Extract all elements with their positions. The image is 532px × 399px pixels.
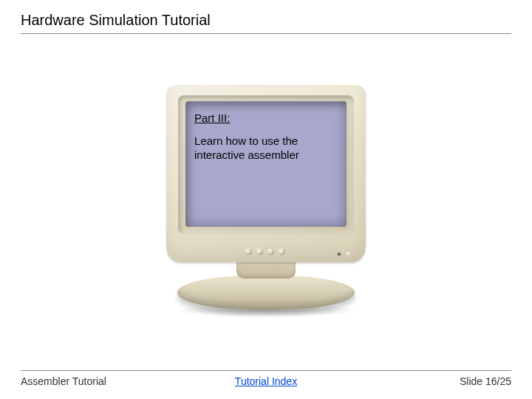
monitor-body: Part III: Learn how to use the interacti… [166,85,366,262]
page-title: Hardware Simulation Tutorial [21,12,511,34]
monitor-knob-icon [267,248,274,255]
footer: Assembler Tutorial Tutorial Index Slide … [21,370,511,387]
crt-monitor-illustration: Part III: Learn how to use the interacti… [151,85,381,329]
monitor-knob-row [245,248,285,255]
monitor-power-panel [338,251,351,256]
monitor-knob-icon [245,248,252,255]
slide: Hardware Simulation Tutorial Part III: L… [0,0,532,399]
power-button-icon [346,251,351,256]
monitor-knob-icon [279,248,285,255]
slide-counter: Slide 16/25 [460,375,511,387]
footer-center: Tutorial Index [235,375,297,387]
monitor-knob-icon [256,248,263,255]
footer-left-label: Assembler Tutorial [21,375,106,387]
part-label: Part III: [194,112,338,124]
content-area: Part III: Learn how to use the interacti… [0,59,532,355]
part-description: Learn how to use the interactive assembl… [194,134,305,163]
tutorial-index-link[interactable]: Tutorial Index [235,375,297,387]
monitor-screen: Part III: Learn how to use the interacti… [185,101,347,227]
power-led-icon [338,253,341,256]
monitor-base [177,276,355,310]
